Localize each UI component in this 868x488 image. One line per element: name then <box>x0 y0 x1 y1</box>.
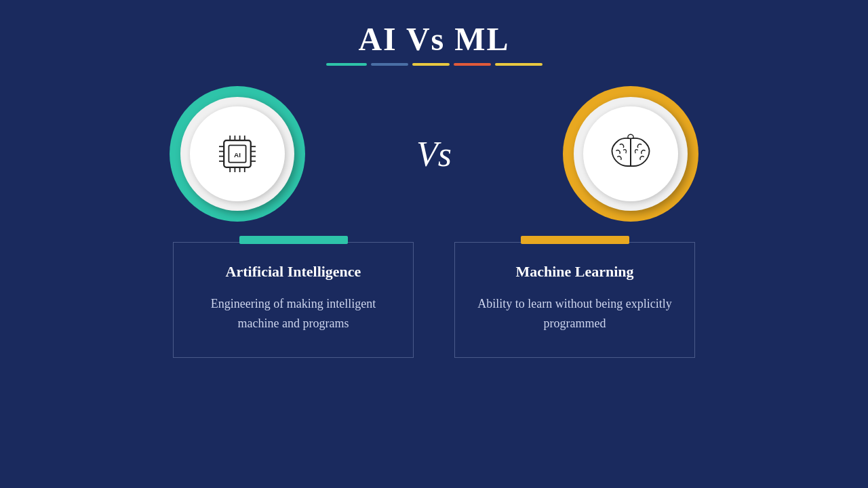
ml-box-desc: Ability to learn without being explicitl… <box>472 294 677 333</box>
ai-inner-circle: AI <box>190 106 285 201</box>
header-section: AI Vs ML <box>326 20 542 66</box>
underline-seg-5 <box>495 63 542 66</box>
underline-seg-1 <box>326 63 367 66</box>
underline-seg-2 <box>371 63 408 66</box>
main-content: AI <box>0 86 868 222</box>
page-title: AI Vs ML <box>326 20 542 58</box>
ai-box-tab <box>239 236 348 244</box>
underline-seg-4 <box>454 63 491 66</box>
ml-middle-ring <box>574 97 688 211</box>
ai-info-box: Artificial Intelligence Engineering of m… <box>173 242 414 358</box>
title-underline <box>326 63 542 66</box>
ml-info-box: Machine Learning Ability to learn withou… <box>454 242 695 358</box>
ml-box-title: Machine Learning <box>472 263 677 281</box>
ml-box-tab <box>521 236 629 244</box>
brain-icon <box>600 123 661 184</box>
svg-text:AI: AI <box>234 151 241 159</box>
vs-label: Vs <box>416 135 452 174</box>
ai-box-desc: Engineering of making intelligent machin… <box>191 294 396 333</box>
ai-chip-icon: AI <box>207 123 268 184</box>
vs-section: Vs <box>380 134 488 174</box>
ml-inner-circle <box>583 106 678 201</box>
underline-seg-3 <box>412 63 450 66</box>
ai-middle-ring: AI <box>180 97 294 211</box>
ai-box-title: Artificial Intelligence <box>191 263 396 281</box>
ml-outer-ring <box>563 86 698 222</box>
ml-icon-section <box>488 86 773 222</box>
info-boxes-row: Artificial Intelligence Engineering of m… <box>0 242 868 358</box>
ai-outer-ring: AI <box>170 86 305 222</box>
ai-icon-section: AI <box>95 86 380 222</box>
